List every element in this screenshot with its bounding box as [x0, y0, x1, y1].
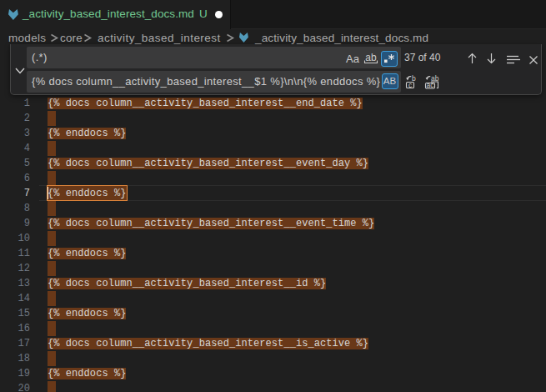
svg-text:ab: ab — [365, 52, 377, 63]
svg-text:b: b — [412, 75, 416, 83]
svg-text:ac: ac — [427, 81, 435, 89]
